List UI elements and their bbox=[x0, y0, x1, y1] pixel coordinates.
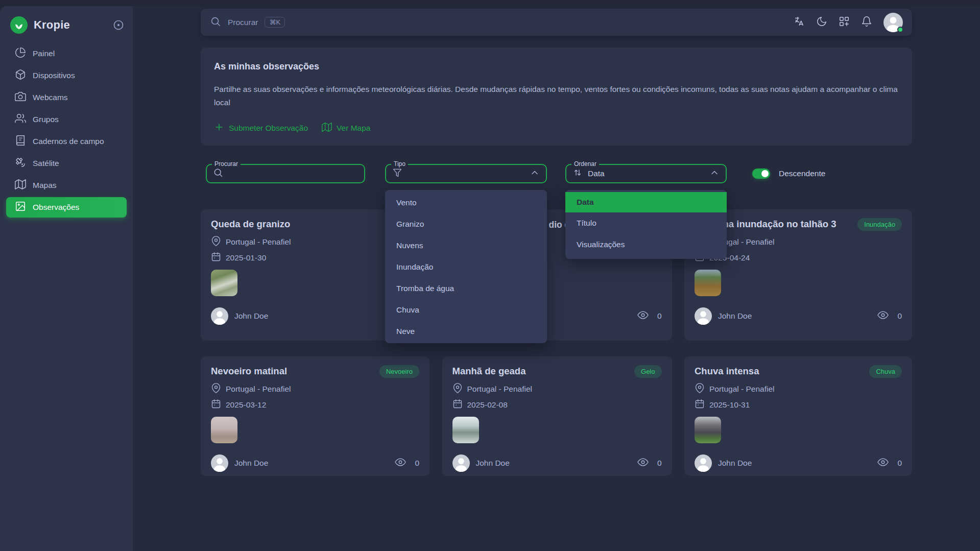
type-option-tromba[interactable]: Tromba de água bbox=[385, 278, 547, 299]
observation-photo[interactable] bbox=[211, 270, 237, 296]
observation-type-badge: Gelo bbox=[634, 365, 661, 378]
notifications-button[interactable] bbox=[857, 13, 876, 32]
sidebar-item-satelite[interactable]: Satélite bbox=[6, 153, 127, 174]
filter-type-select[interactable]: Tipo bbox=[385, 164, 547, 183]
plus-icon bbox=[214, 122, 224, 134]
filter-search-input[interactable] bbox=[227, 169, 358, 179]
main-area: Procurar ⌘K As minhas observações bbox=[133, 6, 980, 551]
sidebar-collapse-icon[interactable] bbox=[112, 19, 125, 31]
filter-search-label: Procurar bbox=[212, 160, 241, 167]
author-avatar bbox=[695, 454, 712, 472]
calendar-icon bbox=[211, 399, 221, 411]
sidebar-item-mapas[interactable]: Mapas bbox=[6, 175, 127, 196]
sidebar-item-painel[interactable]: Painel bbox=[6, 43, 127, 64]
user-avatar[interactable] bbox=[883, 13, 903, 32]
observation-photo[interactable] bbox=[452, 417, 479, 443]
kropie-logo-icon bbox=[10, 16, 28, 34]
page-title: As minhas observações bbox=[214, 61, 899, 72]
observation-title: Manhã de geada bbox=[452, 366, 662, 377]
descending-toggle[interactable] bbox=[752, 169, 770, 179]
type-option-nuvens[interactable]: Nuvens bbox=[385, 235, 547, 256]
global-search[interactable]: Procurar ⌘K bbox=[210, 16, 790, 29]
sidebar-nav: Painel Dispositivos Webcams Grupos Cader… bbox=[0, 43, 133, 218]
submit-observation-button[interactable]: Submeter Observação bbox=[214, 122, 308, 134]
filter-sort-select[interactable]: Ordenar Data bbox=[565, 164, 727, 183]
app-window: Kropie Painel Dispositivos Webcams Grupo… bbox=[0, 6, 980, 551]
chevron-up-icon bbox=[709, 167, 720, 180]
sort-dropdown-menu: Data Título Visualizações bbox=[565, 190, 727, 259]
eye-icon bbox=[637, 309, 649, 323]
sidebar-item-grupos[interactable]: Grupos bbox=[6, 109, 127, 130]
author-avatar bbox=[211, 307, 228, 325]
sort-option-data[interactable]: Data bbox=[565, 192, 727, 212]
observation-date: 2025-02-08 bbox=[467, 400, 508, 410]
observation-card[interactable]: Chuva intensa Chuva Portugal - Penafiel … bbox=[684, 356, 912, 476]
moon-icon bbox=[816, 16, 827, 29]
filter-search-field[interactable]: Procurar bbox=[206, 164, 365, 183]
language-icon bbox=[794, 16, 805, 29]
type-option-vento[interactable]: Vento bbox=[385, 192, 547, 213]
sidebar-item-label: Observações bbox=[33, 203, 79, 212]
view-map-label: Ver Mapa bbox=[337, 124, 370, 133]
online-status-dot bbox=[897, 27, 903, 33]
sidebar-item-label: Mapas bbox=[33, 181, 57, 190]
filters-row: Procurar Tipo Ordenar Data Descendente bbox=[201, 164, 912, 183]
calendar-icon bbox=[211, 252, 221, 264]
top-navbar: Procurar ⌘K bbox=[201, 9, 912, 36]
view-map-button[interactable]: Ver Mapa bbox=[322, 122, 370, 134]
notebook-icon bbox=[15, 135, 26, 148]
search-placeholder: Procurar bbox=[228, 18, 258, 27]
pie-chart-icon bbox=[15, 47, 26, 60]
sort-option-titulo[interactable]: Título bbox=[565, 212, 727, 234]
submit-observation-label: Submeter Observação bbox=[229, 124, 308, 133]
app-title: Kropie bbox=[34, 18, 112, 32]
shortcuts-button[interactable] bbox=[834, 13, 854, 32]
image-icon bbox=[15, 201, 26, 214]
observation-type-badge: Chuva bbox=[869, 365, 902, 378]
type-option-inundacao[interactable]: Inundação bbox=[385, 256, 547, 278]
sort-option-visualizacoes[interactable]: Visualizações bbox=[565, 234, 727, 255]
filter-type-label: Tipo bbox=[391, 160, 408, 167]
observation-location: Portugal - Penafiel bbox=[226, 237, 291, 247]
author-avatar bbox=[695, 307, 712, 325]
observation-card[interactable]: Nevoeiro matinal Nevoeiro Portugal - Pen… bbox=[201, 356, 429, 476]
page-description: Partilhe as suas observações e informaçõ… bbox=[214, 83, 899, 109]
calendar-icon bbox=[695, 399, 705, 411]
sidebar-item-label: Painel bbox=[33, 49, 55, 58]
sidebar-item-cadernos[interactable]: Cadernos de campo bbox=[6, 131, 127, 152]
author-name: John Doe bbox=[718, 312, 752, 321]
observation-photo[interactable] bbox=[211, 417, 237, 443]
sidebar-item-label: Cadernos de campo bbox=[33, 137, 104, 146]
language-button[interactable] bbox=[790, 13, 809, 32]
map-icon bbox=[15, 179, 26, 192]
dark-mode-button[interactable] bbox=[812, 13, 831, 32]
observation-type-badge: Inundação bbox=[857, 218, 902, 231]
chevron-up-icon bbox=[530, 167, 540, 180]
type-option-chuva[interactable]: Chuva bbox=[385, 299, 547, 321]
observations-grid: Queda de granizo Portugal - Penafiel 202… bbox=[201, 209, 912, 476]
observation-photo[interactable] bbox=[695, 270, 721, 296]
type-option-granizo[interactable]: Granizo bbox=[385, 213, 547, 235]
location-pin-icon bbox=[211, 383, 221, 395]
eye-icon bbox=[395, 457, 406, 470]
filter-sort-value: Data bbox=[588, 169, 605, 178]
observation-card[interactable]: Manhã de geada Gelo Portugal - Penafiel … bbox=[442, 356, 672, 476]
sidebar-item-label: Dispositivos bbox=[33, 71, 75, 80]
type-option-neve[interactable]: Neve bbox=[385, 321, 547, 342]
type-dropdown-menu: Vento Granizo Nuvens Inundação Tromba de… bbox=[385, 190, 547, 343]
search-icon bbox=[210, 16, 221, 29]
sidebar-item-webcams[interactable]: Webcams bbox=[6, 87, 127, 108]
observation-date: 2025-03-12 bbox=[226, 400, 266, 410]
observation-location: Portugal - Penafiel bbox=[226, 385, 291, 394]
sidebar: Kropie Painel Dispositivos Webcams Grupo… bbox=[0, 6, 133, 551]
sidebar-item-dispositivos[interactable]: Dispositivos bbox=[6, 65, 127, 86]
camera-icon bbox=[15, 91, 26, 104]
sidebar-item-label: Webcams bbox=[33, 93, 68, 102]
toggle-knob bbox=[761, 170, 769, 177]
location-pin-icon bbox=[695, 383, 705, 395]
observation-location: Portugal - Penafiel bbox=[467, 385, 533, 394]
observation-photo[interactable] bbox=[695, 417, 721, 443]
descending-label: Descendente bbox=[779, 169, 825, 178]
observation-date: 2025-01-30 bbox=[226, 253, 266, 262]
sidebar-item-observacoes[interactable]: Observações bbox=[6, 197, 127, 218]
